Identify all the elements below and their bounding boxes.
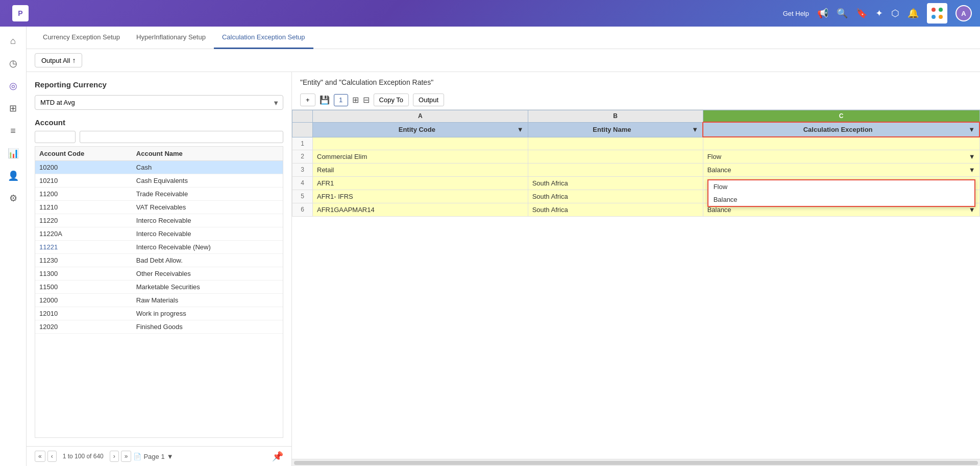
account-row[interactable]: 12000Raw Materials [35,294,283,307]
horizontal-scrollbar[interactable] [292,459,980,466]
col-b-dropdown-icon[interactable]: ▼ [692,126,698,133]
plus-icon: + [306,96,310,104]
dropdown-item[interactable]: Balance [708,193,974,206]
account-row[interactable]: 11220Interco Receivable [35,214,283,227]
col-a-dropdown-icon[interactable]: ▼ [517,126,524,133]
account-code-cell: 12010 [35,307,132,320]
table-row[interactable]: 1 [292,137,980,150]
col-c-dropdown-icon[interactable]: ▼ [968,126,975,133]
dropdown-item[interactable]: Flow [708,180,974,193]
account-row[interactable]: 11220AInterco Receivable [35,227,283,241]
sidebar-item-user[interactable]: 👤 [3,166,23,186]
cell-dropdown[interactable]: FlowBalance [707,179,975,207]
col-a-letter: A [313,110,528,123]
next-page-button[interactable]: › [110,451,119,462]
get-help-label: Get Help [783,10,809,17]
row-number: 2 [292,150,313,163]
collapse-icon[interactable]: ⊟ [363,95,370,105]
account-row[interactable]: 11300Other Receivables [35,267,283,281]
sidebar-item-list[interactable]: ≡ [3,121,23,141]
add-row-button[interactable]: + [300,94,315,106]
sidebar-item-settings[interactable]: ⚙ [3,188,23,208]
account-row[interactable]: 11221Interco Receivable (New) [35,241,283,254]
right-panel-header: "Entity" and "Calculation Exception Rate… [292,72,980,90]
sidebar-item-home[interactable]: ⌂ [3,31,23,51]
sidebar-item-reports[interactable]: 📊 [3,143,23,164]
cell-select-arrow[interactable]: ▼ [969,206,975,214]
account-row[interactable]: 10200Cash [35,161,283,174]
account-row[interactable]: 11500Marketable Securities [35,281,283,294]
save-icon[interactable]: 💾 [320,95,330,105]
account-row[interactable]: 10210Cash Equivalents [35,174,283,188]
account-name-cell: Bad Debt Allow. [132,254,283,267]
account-row[interactable]: 11200Trade Receivable [35,188,283,201]
cell-select-arrow[interactable]: ▼ [969,166,975,174]
last-page-button[interactable]: » [121,451,132,462]
account-name-cell: Trade Receivable [132,188,283,201]
prev-page-button[interactable]: ‹ [47,451,57,462]
output-button[interactable]: Output [413,94,444,106]
table-row[interactable]: 2Commercial ElimFlow▼ [292,150,980,163]
entity-name-cell[interactable]: South Africa [528,176,703,190]
left-panel: Reporting Currency MTD at Avg ▼ Account [27,72,292,466]
account-name-cell: Raw Materials [132,294,283,307]
account-code-cell: 11221 [35,241,132,254]
copy-to-button[interactable]: Copy To [374,94,409,106]
first-page-button[interactable]: « [35,451,45,462]
scrollbar-thumb[interactable] [294,461,978,465]
account-row[interactable]: 12010Work in progress [35,307,283,320]
row-num-header [292,122,313,137]
get-help-button[interactable]: Get Help [783,10,809,17]
account-row[interactable]: 12020Finished Goods [35,320,283,334]
page-selector[interactable]: 📄 Page 1 ▼ [133,453,173,460]
entity-code-cell[interactable]: AFR1GAAPMAR14 [313,203,528,216]
pin-icon[interactable]: 📌 [272,451,283,462]
account-name-filter[interactable] [80,131,283,143]
account-code-cell: 11230 [35,254,132,267]
split-content: Reporting Currency MTD at Avg ▼ Account [27,72,980,466]
mtd-select[interactable]: MTD at Avg [35,95,283,110]
bell-icon[interactable]: 🔔 [908,8,919,19]
entity-name-cell[interactable] [528,163,703,176]
account-code-cell: 11200 [35,188,132,201]
account-name-cell: Work in progress [132,307,283,320]
account-row[interactable]: 11230Bad Debt Allow. [35,254,283,267]
avatar[interactable]: A [955,5,972,21]
tab-hyper[interactable]: HyperInflationary Setup [128,27,214,49]
entity-name-cell[interactable]: South Africa [528,203,703,216]
calc-exception-cell[interactable]: ▼FlowBalance [703,176,979,190]
calc-exception-cell[interactable]: Balance▼ [703,163,979,176]
table-row[interactable]: 3RetailBalance▼ [292,163,980,176]
calc-exception-cell[interactable]: Flow▼ [703,150,979,163]
main-toolbar: Output All ↑ [27,49,980,72]
account-row[interactable]: 11210VAT Receivables [35,201,283,214]
save-count[interactable]: 1 [334,94,348,106]
entity-code-cell[interactable]: AFR1- IFRS [313,190,528,203]
bookmark-icon[interactable]: 🔖 [856,8,867,19]
cube-icon[interactable]: ⬡ [891,8,899,19]
compass-icon[interactable]: ✦ [875,8,883,19]
megaphone-icon[interactable]: 📢 [817,8,828,19]
col-c-header: Calculation Exception ▼ [703,122,979,137]
topbar-logo-area: P [8,5,29,21]
output-all-button[interactable]: Output All ↑ [35,53,82,67]
svg-point-0 [932,8,936,12]
sidebar-item-target[interactable]: ◎ [3,76,23,96]
tab-calc[interactable]: Calculation Exception Setup [214,27,313,49]
entity-code-cell[interactable]: AFR1 [313,176,528,190]
entity-code-cell[interactable]: Retail [313,163,528,176]
entity-name-cell[interactable]: South Africa [528,190,703,203]
entity-name-cell[interactable] [528,150,703,163]
search-icon[interactable]: 🔍 [837,8,848,19]
cell-select-arrow[interactable]: ▼ [969,153,975,160]
sidebar-item-grid[interactable]: ⊞ [3,98,23,119]
app-switcher-icon[interactable] [927,3,947,24]
page-icon: 📄 [133,453,141,460]
right-panel: "Entity" and "Calculation Exception Rate… [292,72,980,466]
tab-currency[interactable]: Currency Exception Setup [35,27,128,49]
expand-icon[interactable]: ⊞ [352,95,359,105]
sidebar-item-journal[interactable]: ◷ [3,53,23,74]
entity-code-cell[interactable]: Commercial Elim [313,150,528,163]
account-code-filter[interactable] [35,131,76,143]
table-row[interactable]: 4AFR1South Africa▼FlowBalance [292,176,980,190]
